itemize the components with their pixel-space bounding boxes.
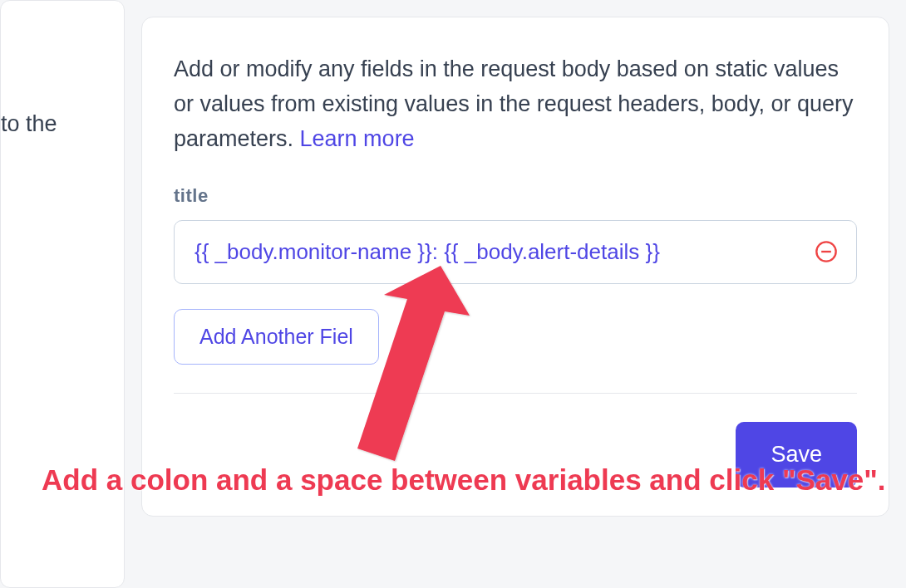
section-divider bbox=[174, 393, 857, 394]
remove-field-icon[interactable] bbox=[815, 240, 838, 263]
left-sidebar-panel: to the bbox=[0, 0, 125, 588]
field-label-title: title bbox=[174, 185, 857, 207]
description-body: Add or modify any fields in the request … bbox=[174, 56, 853, 151]
main-config-panel: Add or modify any fields in the request … bbox=[141, 17, 889, 517]
learn-more-link[interactable]: Learn more bbox=[300, 126, 415, 151]
left-panel-text-fragment: to the bbox=[1, 109, 57, 140]
save-button-row: Save bbox=[174, 422, 857, 488]
title-input-wrapper bbox=[174, 220, 857, 284]
title-input[interactable] bbox=[194, 239, 806, 265]
save-button[interactable]: Save bbox=[736, 422, 857, 488]
add-another-field-button[interactable]: Add Another Fiel bbox=[174, 309, 379, 365]
description-text: Add or modify any fields in the request … bbox=[174, 52, 857, 157]
